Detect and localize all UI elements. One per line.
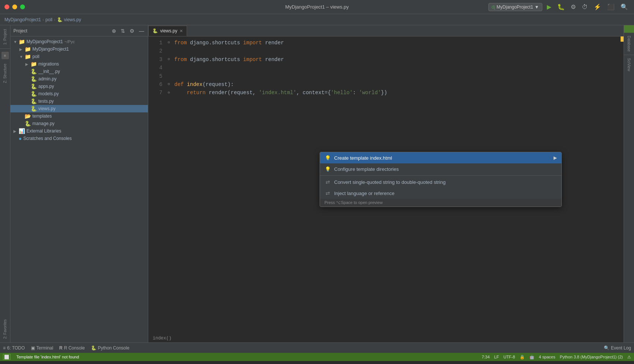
tree-item-admin[interactable]: 🐍 admin.py bbox=[10, 75, 148, 83]
tree-item-extlibs[interactable]: ▶ 📊 External Libraries bbox=[10, 127, 148, 135]
status-indent[interactable]: 4 spaces bbox=[539, 355, 555, 359]
tree-item-templates[interactable]: 📂 templates bbox=[10, 112, 148, 120]
status-python[interactable]: Python 3.8 (MyDjangoProject1) (2) bbox=[560, 355, 623, 359]
ac-item-inject[interactable]: ⇄ Inject language or reference bbox=[320, 188, 561, 199]
tree-name-init: __init__.py bbox=[38, 69, 60, 74]
status-lock-icon: 🔒 bbox=[520, 355, 525, 360]
bottom-tab-todo[interactable]: ≡ 6: TODO bbox=[3, 345, 25, 351]
close-button[interactable] bbox=[4, 4, 9, 9]
strip-project[interactable]: 1: Project bbox=[3, 27, 7, 47]
code-str-html: 'index.html' bbox=[259, 89, 297, 97]
panel-close-btn[interactable]: — bbox=[138, 27, 145, 35]
editor-container: 🐍 views.py ✕ 1 2 3 4 5 6 7 bbox=[148, 25, 624, 342]
breadcrumb-folder[interactable]: poll bbox=[45, 17, 53, 22]
tree-item-models[interactable]: 🐍 models.py bbox=[10, 90, 148, 98]
tree-name-root: MyDjangoProject1 bbox=[26, 39, 63, 44]
run-config-button[interactable]: dj MyDjangoProject1 ▼ bbox=[488, 3, 542, 11]
tree-icon-apps: 🐍 bbox=[31, 83, 37, 89]
strip-structure[interactable]: Z: Structure bbox=[3, 61, 7, 85]
tree-extra-root: ~/Pyc bbox=[64, 39, 75, 44]
build-button[interactable]: ⚡ bbox=[592, 3, 603, 11]
ac-footer: Press ⌥Space to open preview bbox=[320, 199, 561, 207]
tree-icon-templates: 📂 bbox=[25, 113, 31, 119]
left-strip: 1: Project ≡ Z: Structure 2: Favorites bbox=[0, 25, 10, 342]
tree-icon-models: 🐍 bbox=[31, 91, 37, 97]
structure-icon: ≡ bbox=[1, 52, 9, 59]
tab-close-btn[interactable]: ✕ bbox=[180, 29, 183, 33]
strip-favorites[interactable]: 2: Favorites bbox=[3, 317, 7, 341]
tree-item-views[interactable]: 🐍 views.py bbox=[10, 105, 148, 112]
status-line-col[interactable]: 7:34 bbox=[482, 355, 489, 359]
breadcrumb-file[interactable]: views.py bbox=[64, 17, 81, 22]
marker-6: ⊕ bbox=[168, 81, 170, 88]
panel-settings-btn[interactable]: ⚙ bbox=[129, 27, 135, 35]
code-plain7a: render(request, bbox=[206, 89, 259, 97]
bottom-tab-eventlog[interactable]: 🔍 Event Log bbox=[604, 345, 631, 351]
tree-name-templates: templates bbox=[32, 114, 52, 119]
coverage-button[interactable]: ⚙ bbox=[569, 3, 577, 11]
tree-item-poll[interactable]: ▼ 📁 poll bbox=[10, 53, 148, 60]
status-bar: ⬜ Template file 'index.html' not found 7… bbox=[0, 353, 634, 361]
tree-icon-scratches: ● bbox=[19, 135, 22, 141]
breadcrumb: MyDjangoProject1 › poll › 🐍 views.py bbox=[0, 14, 634, 25]
run-button[interactable]: ▶ bbox=[545, 3, 553, 11]
code-paren6: (request): bbox=[203, 80, 234, 89]
breadcrumb-sep1: › bbox=[42, 17, 44, 22]
breadcrumb-file-icon: 🐍 bbox=[57, 17, 63, 22]
tree-item-migrations[interactable]: ▶ 📁 migrations bbox=[10, 60, 148, 68]
tab-views-py[interactable]: 🐍 views.py ✕ bbox=[148, 26, 187, 36]
code-line-5 bbox=[167, 72, 624, 80]
line-num-1: 1 bbox=[148, 39, 162, 47]
tree-item-django1[interactable]: ▶ 📁 MyDjangoProject1 bbox=[10, 45, 148, 53]
debug-button[interactable]: 🐛 bbox=[556, 3, 566, 11]
line-num-2: 2 bbox=[148, 47, 162, 55]
bottom-tab-rconsole[interactable]: R R Console bbox=[59, 345, 85, 351]
code-line-4 bbox=[167, 64, 624, 72]
bottom-tab-python[interactable]: 🐍 Python Console bbox=[91, 345, 130, 351]
code-line-3: ⊕ from django.shortcuts import render bbox=[167, 55, 624, 64]
rconsole-icon: R bbox=[59, 345, 63, 351]
tree-arrow-migrations: ▶ bbox=[25, 62, 30, 66]
run-config-label: MyDjangoProject1 bbox=[497, 4, 533, 10]
tree-icon-extlibs: 📊 bbox=[19, 128, 25, 134]
ac-separator bbox=[320, 175, 561, 176]
status-lf[interactable]: LF bbox=[494, 355, 499, 359]
maximize-button[interactable] bbox=[20, 4, 25, 9]
main-area: 1: Project ≡ Z: Structure 2: Favorites P… bbox=[0, 25, 634, 342]
stop-button[interactable]: ⬛ bbox=[606, 3, 616, 11]
ac-item-create-template[interactable]: 💡 Create template index.html ▶ bbox=[320, 152, 561, 163]
profile-button[interactable]: ⏱ bbox=[580, 3, 589, 11]
tree-item-apps[interactable]: 🐍 apps.py bbox=[10, 83, 148, 90]
code-line-2 bbox=[167, 47, 624, 55]
search-button[interactable]: 🔍 bbox=[619, 3, 630, 11]
ac-item-convert[interactable]: ⇄ Convert single-quoted string to double… bbox=[320, 176, 561, 188]
tree-item-root[interactable]: ▼ 📁 MyDjangoProject1 ~/Pyc bbox=[10, 38, 148, 45]
ac-item-configure[interactable]: 💡 Configure template directories bbox=[320, 163, 561, 175]
tree-item-init[interactable]: 🐍 __init__.py bbox=[10, 68, 148, 75]
breadcrumb-sep2: › bbox=[54, 17, 56, 22]
tree-item-tests[interactable]: 🐍 tests.py bbox=[10, 98, 148, 105]
marker-3: ⊕ bbox=[168, 56, 170, 63]
python-icon: 🐍 bbox=[91, 345, 96, 351]
code-close7: }) bbox=[381, 89, 387, 97]
strip-sciview[interactable]: SciView bbox=[627, 55, 631, 74]
code-plain7b: , context={ bbox=[297, 89, 331, 97]
ac-bulb-configure: 💡 bbox=[324, 166, 331, 172]
tree-name-views: views.py bbox=[38, 106, 56, 111]
line-num-3: 3 bbox=[148, 55, 162, 64]
minimize-button[interactable] bbox=[12, 4, 17, 9]
tree-name-scratches: Scratches and Consoles bbox=[23, 136, 72, 141]
editor-area[interactable]: 1 2 3 4 5 6 7 ⊕ from django.shortcuts im… bbox=[148, 36, 624, 342]
file-tree: ▼ 📁 MyDjangoProject1 ~/Pyc ▶ 📁 MyDjangoP… bbox=[10, 36, 148, 342]
panel-add-btn[interactable]: ⊕ bbox=[111, 27, 117, 35]
status-encoding[interactable]: UTF-8 bbox=[503, 355, 515, 359]
bottom-tab-terminal[interactable]: ▣ Terminal bbox=[31, 345, 53, 351]
tree-icon-poll: 📁 bbox=[25, 54, 31, 60]
tab-file-icon: 🐍 bbox=[152, 28, 158, 33]
project-panel: Project ⊕ ⇅ ⚙ — ▼ 📁 MyDjangoProject1 ~/P… bbox=[10, 25, 148, 342]
tree-item-manage[interactable]: 🐍 manage.py bbox=[10, 120, 148, 127]
breadcrumb-project[interactable]: MyDjangoProject1 bbox=[4, 17, 41, 22]
panel-collapse-btn[interactable]: ⇅ bbox=[120, 27, 126, 35]
strip-database[interactable]: Database bbox=[627, 33, 631, 55]
tree-item-scratches[interactable]: ● Scratches and Consoles bbox=[10, 135, 148, 142]
